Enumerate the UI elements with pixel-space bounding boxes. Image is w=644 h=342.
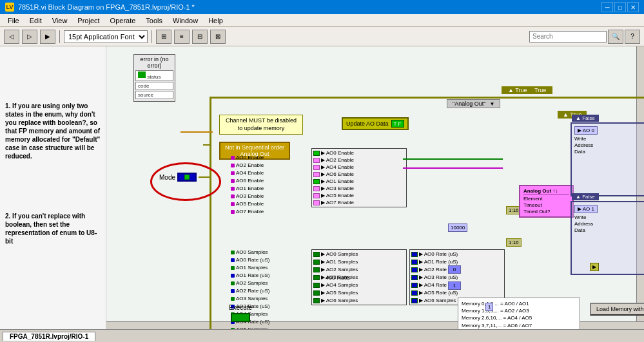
write-field-1: Write xyxy=(574,136,598,142)
vi-tab-fpga[interactable]: FPGA_7851R.lvproj/RIO-1 xyxy=(3,332,95,341)
menu-file[interactable]: File xyxy=(3,16,24,25)
memory-info-box: Memory 0,4,8 ... = AO0 / AO1 Memory 1,5,… xyxy=(458,298,580,329)
mode-label: Mode xyxy=(159,174,175,181)
data-field-1: Data xyxy=(574,149,598,155)
enable-ao7: AO7 Enable xyxy=(231,209,264,214)
ao0-label: ▶ AO 0 xyxy=(574,126,598,135)
mem-line-1: Memory 0,4,8 ... = AO0 / AO1 xyxy=(462,300,576,307)
search-input[interactable] xyxy=(529,31,607,43)
menu-help[interactable]: Help xyxy=(203,16,228,25)
menu-tools[interactable]: Tools xyxy=(141,16,168,25)
step-indicator: ▶ xyxy=(590,263,599,271)
update-ao-label: Update AO Data xyxy=(346,120,389,127)
search-button[interactable]: 🔍 xyxy=(608,30,623,44)
tab-bar: FPGA_7851R.lvproj/RIO-1 xyxy=(0,329,644,342)
minimize-button[interactable]: ─ xyxy=(601,2,613,12)
cen-enable-ao5: ▶ AO5 Enable xyxy=(313,193,405,198)
toolbar-run[interactable]: ▶ xyxy=(40,30,55,44)
rate-ao1: AO1 Rate (uS) xyxy=(231,272,269,278)
enable-ao0: AO0 Enable xyxy=(231,155,264,160)
analog-out-element: Element xyxy=(523,196,569,202)
toolbar-resize[interactable]: ⊠ xyxy=(210,30,226,44)
write-field-2: Write xyxy=(574,214,598,220)
enable-ao3: AO3 Enable xyxy=(231,193,264,199)
wire-error-out xyxy=(181,131,213,133)
execute-control: Execute xyxy=(229,304,252,322)
annotation-1: 1. If you are using only two states in t… xyxy=(5,102,101,160)
enable-ao5: AO5 Enable xyxy=(231,201,264,207)
vi-tab-label: FPGA_7851R.lvproj/RIO-1 xyxy=(10,333,88,340)
rates-panel-center: ▶ AO0 Rate (uS) ▶ AO1 Rate (uS) ▶ AO2 Ra… xyxy=(409,249,505,305)
num-10000: 10000 xyxy=(448,223,467,232)
toolbar-back[interactable]: ◁ xyxy=(4,30,19,44)
annotation-text-1: 1. If you are using only two states in t… xyxy=(5,102,101,160)
menu-project[interactable]: Project xyxy=(72,16,104,25)
address-field-2: Address xyxy=(574,221,598,227)
wire-green-1 xyxy=(403,158,503,160)
cen-sample-ao1: ▶ AO1 Samples xyxy=(313,259,405,265)
sample-ao1: AO1 Samples xyxy=(231,265,269,271)
toolbar-sep-2 xyxy=(151,30,152,43)
update-ao-data: Update AO Data T F xyxy=(342,117,409,130)
inner-case-1-tab[interactable]: ▲ False xyxy=(572,115,599,122)
menu-operate[interactable]: Operate xyxy=(105,16,141,25)
cen-enable-ao4: ▶ AO4 Enable xyxy=(313,164,405,170)
help-button[interactable]: ? xyxy=(625,30,640,44)
num-1: 1 xyxy=(448,281,461,290)
mem-line-2: Memory 1,5,9,... = AO2 / AO3 xyxy=(462,307,576,314)
enables-panel-center: ▶ AO0 Enable ▶ AO2 Enable ▶ AO4 Enable ▶… xyxy=(311,148,407,207)
cen-rate-ao0: ▶ AO0 Rate (uS) xyxy=(411,251,503,257)
ratio-1-16-2: 1:16 xyxy=(506,238,522,247)
mode-box[interactable] xyxy=(177,173,197,182)
sample-ao5: AO5 Samples xyxy=(231,327,269,329)
title-bar: LV 7851R.vi Block Diagram on FPGA_7851R.… xyxy=(0,0,644,14)
sample-ao3: AO3 Samples xyxy=(231,296,269,301)
ao1-label: ▶ AO 1 xyxy=(574,205,598,213)
toolbar-distribute[interactable]: ⊟ xyxy=(192,30,208,44)
execute-button[interactable] xyxy=(231,313,250,322)
enable-ao1: AO1 Enable xyxy=(231,185,264,191)
analog-out-timed-out: Timed Out? xyxy=(523,209,569,214)
error-cluster: error in (no error) status code source xyxy=(133,54,175,102)
mem-line-4: Memory 3,7,11,... = AO6 / AO7 xyxy=(462,322,576,329)
analog-out-selector[interactable]: "Analog Out" ▼ xyxy=(447,99,500,108)
maximize-button[interactable]: □ xyxy=(614,2,626,12)
menu-window[interactable]: Window xyxy=(168,16,203,25)
annotation-bold-1: 1. If you are using only two states in t… xyxy=(5,102,100,160)
load-memory-button[interactable]: Load Memory with Analog Values xyxy=(590,303,644,316)
cen-sample-ao6: ▶ AO6 Samples xyxy=(313,298,405,303)
cen-enable-ao3: ▶ AO3 Enable xyxy=(313,185,405,191)
cen-enable-ao0: ▶ AO0 Enable xyxy=(313,150,405,156)
close-button[interactable]: ✕ xyxy=(627,2,639,12)
annotation-text-2: 2. If you can't replace with boolean, th… xyxy=(5,212,101,245)
mode-control: Mode xyxy=(159,173,211,182)
inner-case-2-tab[interactable]: ▲ False xyxy=(572,193,599,200)
enable-ao4: AO4 Enable xyxy=(231,170,264,176)
inner-case-1: ▲ False ▶ AO 0 Write Address Data xyxy=(571,122,644,196)
font-select[interactable]: 15pt Application Font xyxy=(64,30,148,43)
update-ao-tf[interactable]: T F xyxy=(391,120,404,128)
app-icon: LV xyxy=(5,3,14,12)
diagram-area[interactable]: error in (no error) status code source ▲… xyxy=(106,46,644,329)
enable-ao2: AO2 Enable xyxy=(231,162,264,168)
inner-case-2: ▲ False ▶ AO 1 Write Address Data xyxy=(571,201,644,275)
toolbar-arrange[interactable]: ⊞ xyxy=(156,30,171,44)
cen-sample-ao2: ▶ AO2 Samples xyxy=(313,267,405,272)
rate-ao0: AO0 Rate (uS) xyxy=(231,257,269,263)
left-panel: 1. If you are using only two states in t… xyxy=(0,46,106,329)
menu-view[interactable]: View xyxy=(47,16,73,25)
mode-wire xyxy=(199,176,211,178)
rate-ao2: AO2 Rate (uS) xyxy=(231,288,269,294)
title-bar-controls[interactable]: ─ □ ✕ xyxy=(601,2,639,12)
toolbar: ◁ ▷ ▶ 15pt Application Font ⊞ ≡ ⊟ ⊠ 🔍 ? xyxy=(0,27,644,46)
cen-rate-ao3: ▶ AO3 Rate (uS) xyxy=(411,274,503,280)
main-area: 1. If you are using only two states in t… xyxy=(0,46,644,329)
analog-out-selector-text: "Analog Out" xyxy=(453,100,485,107)
toolbar-forward[interactable]: ▷ xyxy=(22,30,37,44)
true-label-top: True xyxy=(528,86,552,94)
channel-must-disable-box: Channel MUST be disabledto update memory xyxy=(219,115,303,135)
menu-edit[interactable]: Edit xyxy=(24,16,47,25)
cen-rate-ao5: ▶ AO5 Rate (uS) xyxy=(411,290,503,296)
num-const-1: 1 xyxy=(485,303,493,311)
toolbar-align[interactable]: ≡ xyxy=(174,30,190,44)
